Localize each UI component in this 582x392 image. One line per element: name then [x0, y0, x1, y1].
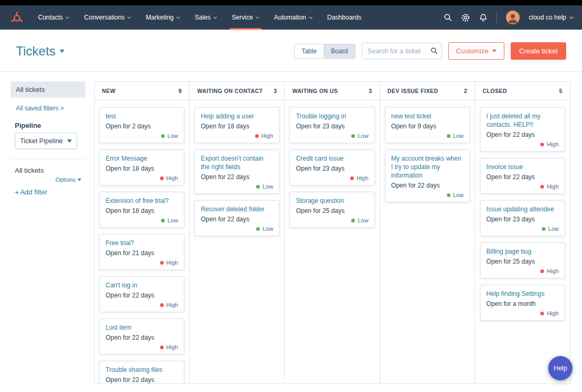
ticket-card[interactable]: I just deleted all my contacts. HELP!!Op…	[480, 107, 565, 152]
all-saved-filters-link[interactable]: All saved filters >	[16, 105, 80, 112]
board: NEW9testOpen for 2 daysLowError MessageO…	[94, 81, 570, 384]
avatar[interactable]	[506, 11, 520, 24]
nav-item-service[interactable]: Service	[224, 5, 267, 30]
chevron-down-icon	[78, 179, 81, 181]
nav-item-conversations[interactable]: Conversations	[77, 5, 138, 30]
column-cards: testOpen for 2 daysLowError MessageOpen …	[95, 100, 189, 384]
ticket-title-link[interactable]: Lost item	[106, 323, 178, 332]
priority-label: High	[166, 344, 179, 350]
ticket-title-link[interactable]: Recover deleted folder	[201, 205, 273, 213]
ticket-card[interactable]: Issue updating attendeeOpen for 23 daysL…	[480, 200, 565, 236]
priority-label: Low	[548, 226, 559, 232]
ticket-card[interactable]: Trouble logging inOpen for 23 daysLow	[289, 107, 374, 143]
add-filter-button[interactable]: + Add filter	[15, 188, 81, 196]
priority-dot-icon	[447, 134, 450, 138]
ticket-card[interactable]: Credit card issueOpen for 23 daysHigh	[289, 150, 374, 185]
help-button[interactable]: Help	[548, 356, 572, 380]
ticket-title-link[interactable]: Help adding a user	[201, 112, 273, 120]
ticket-title-link[interactable]: Trouble sharing files	[106, 366, 178, 374]
ticket-card[interactable]: Billing page bugOpen for 25 daysHigh	[480, 242, 565, 278]
table-view-button[interactable]: Table	[295, 44, 324, 58]
ticket-card[interactable]: Help adding a userOpen for 18 daysHigh	[194, 107, 279, 143]
ticket-card[interactable]: testOpen for 2 daysLow	[99, 107, 184, 143]
title-caret-icon[interactable]	[60, 50, 64, 53]
ticket-open-duration: Open for 22 days	[106, 376, 178, 384]
column-cards: Trouble logging inOpen for 23 daysLowCre…	[285, 100, 379, 384]
priority-dot-icon	[161, 134, 165, 138]
nav-divider	[496, 12, 497, 23]
nav-item-marketing[interactable]: Marketing	[138, 5, 187, 30]
ticket-card[interactable]: Error MessageOpen for 18 daysHigh	[99, 150, 184, 185]
ticket-title-link[interactable]: Error Message	[106, 154, 178, 163]
customize-button[interactable]: Customize	[448, 42, 504, 60]
pipeline-select-value: Ticket Pipeline	[20, 137, 63, 145]
ticket-card[interactable]: Free trial?Open for 21 daysHigh	[99, 234, 184, 270]
bell-icon[interactable]	[479, 13, 487, 22]
ticket-title-link[interactable]: new test ticket	[391, 112, 464, 120]
ticket-search-icon[interactable]	[430, 47, 438, 54]
priority-dot-icon	[540, 312, 544, 315]
priority-label: High	[166, 175, 179, 181]
ticket-title-link[interactable]: test	[106, 112, 178, 120]
options-label: Options	[55, 176, 76, 183]
priority-dot-icon	[540, 269, 544, 273]
ticket-card[interactable]: Can't log inOpen for 22 daysHigh	[99, 276, 184, 312]
ticket-card[interactable]: Help finding SettingsOpen for a monthHig…	[480, 285, 565, 321]
ticket-search	[362, 43, 442, 59]
ticket-card[interactable]: Trouble sharing filesOpen for 22 daysHig…	[99, 361, 184, 384]
nav-item-contacts[interactable]: Contacts	[31, 5, 77, 30]
ticket-title-link[interactable]: I just deleted all my contacts. HELP!!	[486, 112, 559, 129]
ticket-priority: High	[486, 310, 559, 317]
ticket-card[interactable]: My account breaks when I try to update m…	[385, 150, 470, 202]
ticket-priority: High	[201, 132, 273, 139]
priority-label: Low	[167, 217, 178, 223]
ticket-priority: High	[106, 301, 178, 309]
ticket-card[interactable]: Export doesn't contain the right fieldsO…	[194, 150, 279, 194]
ticket-title-link[interactable]: Credit card issue	[296, 154, 368, 163]
ticket-title-link[interactable]: Export doesn't contain the right fields	[201, 154, 273, 171]
hubspot-logo-icon[interactable]	[11, 5, 23, 30]
options-button[interactable]: Options	[15, 176, 81, 183]
ticket-open-duration: Open for 22 days	[106, 333, 178, 342]
board-view-button[interactable]: Board	[324, 44, 355, 58]
nav-item-automation[interactable]: Automation	[267, 5, 320, 30]
pipeline-select[interactable]: Ticket Pipeline	[15, 133, 77, 149]
create-ticket-button[interactable]: Create ticket	[511, 42, 566, 60]
customize-label: Customize	[456, 47, 489, 55]
column-count: 3	[369, 88, 372, 94]
priority-dot-icon	[256, 185, 260, 189]
ticket-title-link[interactable]: Free trial?	[106, 239, 178, 247]
gear-icon[interactable]	[461, 13, 470, 22]
priority-label: Low	[453, 133, 464, 139]
ticket-card[interactable]: Extension of free trial?Open for 18 days…	[99, 192, 184, 228]
ticket-priority: High	[296, 174, 368, 182]
priority-dot-icon	[447, 193, 450, 197]
ticket-priority: High	[106, 343, 178, 351]
nav-item-dashboards[interactable]: Dashboards	[320, 5, 369, 30]
ticket-card[interactable]: new test ticketOpen for 9 daysLow	[385, 107, 470, 143]
ticket-title-link[interactable]: Storage question	[296, 197, 368, 205]
ticket-card[interactable]: Invoice issueOpen for 22 daysHigh	[480, 158, 565, 194]
ticket-title-link[interactable]: Can't log in	[106, 281, 178, 290]
sidebar-item-all-tickets[interactable]: All tickets	[11, 81, 86, 98]
board-column-dev-issue-fixed: DEV ISSUE FIXED2new test ticketOpen for …	[380, 82, 475, 384]
ticket-priority: Low	[391, 191, 464, 199]
ticket-card[interactable]: Lost itemOpen for 22 daysHigh	[99, 319, 184, 354]
column-header: NEW9	[95, 82, 189, 100]
account-menu[interactable]: cloud co help	[529, 14, 574, 21]
ticket-title-link[interactable]: Trouble logging in	[296, 112, 368, 120]
ticket-title-link[interactable]: Help finding Settings	[486, 290, 559, 298]
ticket-card[interactable]: Storage questionOpen for 25 daysLow	[289, 192, 374, 228]
ticket-priority: High	[486, 183, 559, 190]
priority-label: Low	[262, 183, 273, 190]
priority-dot-icon	[255, 134, 259, 138]
ticket-title-link[interactable]: My account breaks when I try to update m…	[391, 154, 464, 180]
ticket-open-duration: Open for 23 days	[486, 215, 559, 223]
search-icon[interactable]	[444, 13, 452, 22]
ticket-card[interactable]: Recover deleted folderOpen for 22 daysLo…	[194, 200, 279, 236]
ticket-title-link[interactable]: Issue updating attendee	[486, 205, 559, 213]
ticket-title-link[interactable]: Billing page bug	[486, 247, 559, 256]
ticket-title-link[interactable]: Extension of free trial?	[106, 197, 178, 205]
ticket-title-link[interactable]: Invoice issue	[486, 163, 559, 171]
nav-item-sales[interactable]: Sales	[187, 5, 224, 30]
